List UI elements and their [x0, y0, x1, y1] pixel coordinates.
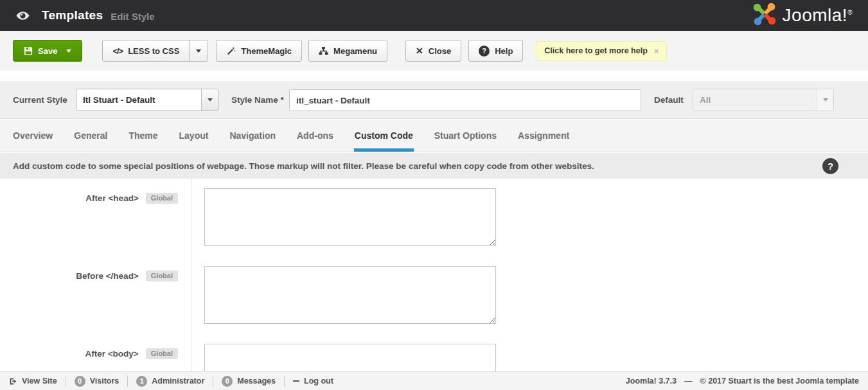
joomla-logo-icon — [752, 2, 777, 29]
page-title: Templates — [42, 8, 103, 22]
tab-custom-code[interactable]: Custom Code — [355, 120, 413, 152]
field-label-wrap: After <body> Global — [0, 348, 178, 359]
tab-overview[interactable]: Overview — [13, 120, 53, 152]
after-head-textarea[interactable] — [204, 188, 496, 246]
help-button[interactable]: ? Help — [468, 40, 523, 62]
style-header-form: Current Style Itl Stuart - Default Style… — [0, 81, 868, 119]
close-label: Close — [429, 46, 451, 56]
copyright-text: © 2017 Stuart is the best Joomla templat… — [700, 377, 860, 386]
status-bar: View Site 0 Visitors 1 Administrator 0 M… — [0, 371, 868, 390]
field-row-before-head-close: Before </head> Global — [0, 266, 868, 330]
default-select[interactable]: All — [693, 89, 834, 111]
default-value: All — [693, 89, 817, 111]
megamenu-button[interactable]: Megamenu — [308, 40, 387, 62]
close-button[interactable]: ✕ Close — [405, 40, 461, 62]
style-name-input[interactable] — [289, 89, 641, 111]
tab-navigation[interactable]: Navigation — [229, 120, 276, 152]
custom-code-panel: After <head> Global Before </head> Globa… — [0, 179, 868, 371]
tab-layout[interactable]: Layout — [179, 120, 209, 152]
help-icon: ? — [479, 46, 490, 57]
visitors-status[interactable]: 0 Visitors — [66, 376, 128, 387]
magic-wand-icon — [226, 46, 236, 56]
current-style-value: Itl Stuart - Default — [76, 89, 201, 111]
info-help-icon[interactable]: ? — [822, 158, 838, 174]
help-tooltip-text: Click here to get more help — [544, 46, 647, 55]
save-button[interactable]: Save — [13, 40, 82, 62]
field-label-wrap: Before </head> Global — [0, 270, 178, 281]
thememagic-label: ThemeMagic — [241, 46, 292, 56]
visitors-count-badge: 0 — [75, 376, 85, 387]
after-body-textarea[interactable] — [204, 344, 496, 371]
field-label-wrap: After <head> Global — [0, 193, 178, 204]
help-label: Help — [495, 46, 513, 56]
before-head-close-textarea[interactable] — [204, 266, 496, 324]
joomla-admin-screen: Templates Edit Style Joomla!® — [0, 0, 868, 390]
save-label: Save — [38, 46, 57, 56]
save-floppy-icon — [24, 46, 33, 55]
footer-version: Joomla! 3.7.3 — © 2017 Stuart is the bes… — [626, 377, 859, 386]
admin-count-badge: 1 — [136, 376, 147, 387]
info-bar: Add custom code to some special position… — [0, 153, 868, 179]
less-to-css-group: </> LESS to CSS — [102, 40, 208, 62]
messages-status[interactable]: 0 Messages — [213, 376, 284, 387]
toolbar: Save </> LESS to CSS ThemeMagic Megamenu — [0, 31, 868, 71]
before-head-close-label: Before </head> — [76, 271, 139, 281]
close-icon: ✕ — [416, 46, 423, 56]
minus-icon — [293, 380, 299, 382]
global-badge: Global — [146, 193, 178, 204]
page-subtitle: Edit Style — [111, 11, 154, 22]
code-icon: </> — [112, 46, 123, 56]
after-body-label: After <body> — [85, 349, 138, 359]
style-name-label: Style Name * — [231, 95, 284, 105]
info-text: Add custom code to some special position… — [13, 161, 594, 171]
tab-general[interactable]: General — [74, 120, 107, 152]
settings-tabs: Overview General Theme Layout Navigation… — [0, 120, 868, 152]
caret-down-icon — [201, 89, 218, 111]
megamenu-label: Megamenu — [333, 46, 377, 56]
joomla-brand: Joomla!® — [752, 2, 853, 29]
global-badge: Global — [146, 348, 178, 359]
help-tooltip: Click here to get more help × — [536, 41, 667, 61]
current-style-select[interactable]: Itl Stuart - Default — [76, 89, 218, 111]
tooltip-close-icon[interactable]: × — [654, 46, 659, 56]
tab-add-ons[interactable]: Add-ons — [297, 120, 333, 152]
field-row-after-body: After <body> Global — [0, 344, 868, 371]
save-caret-down-icon[interactable] — [66, 49, 71, 53]
exit-icon — [9, 377, 17, 386]
field-row-after-head: After <head> Global — [0, 188, 868, 253]
less-to-css-button[interactable]: </> LESS to CSS — [102, 40, 190, 62]
footer-dash: — — [684, 377, 693, 386]
thememagic-button[interactable]: ThemeMagic — [216, 40, 302, 62]
messages-count-badge: 0 — [222, 376, 233, 387]
default-label: Default — [654, 95, 684, 105]
eye-icon — [15, 8, 30, 23]
current-style-label: Current Style — [13, 95, 67, 105]
tab-theme[interactable]: Theme — [128, 120, 157, 152]
caret-down-icon — [196, 49, 201, 53]
less-to-css-dropdown-button[interactable] — [189, 40, 208, 62]
tab-assignment[interactable]: Assignment — [518, 120, 569, 152]
after-head-label: After <head> — [85, 193, 139, 203]
less-to-css-label: LESS to CSS — [128, 46, 179, 56]
joomla-version: Joomla! 3.7.3 — [626, 377, 677, 386]
administrator-status[interactable]: 1 Administrator — [127, 376, 213, 387]
logout-link[interactable]: Log out — [284, 376, 342, 387]
global-badge: Global — [146, 270, 178, 281]
view-site-link[interactable]: View Site — [9, 376, 66, 387]
tab-stuart-options[interactable]: Stuart Options — [434, 120, 497, 152]
caret-down-icon — [817, 89, 833, 111]
sitemap-icon — [319, 46, 328, 56]
topbar: Templates Edit Style Joomla!® — [0, 0, 868, 31]
brand-text: Joomla!® — [783, 5, 853, 26]
